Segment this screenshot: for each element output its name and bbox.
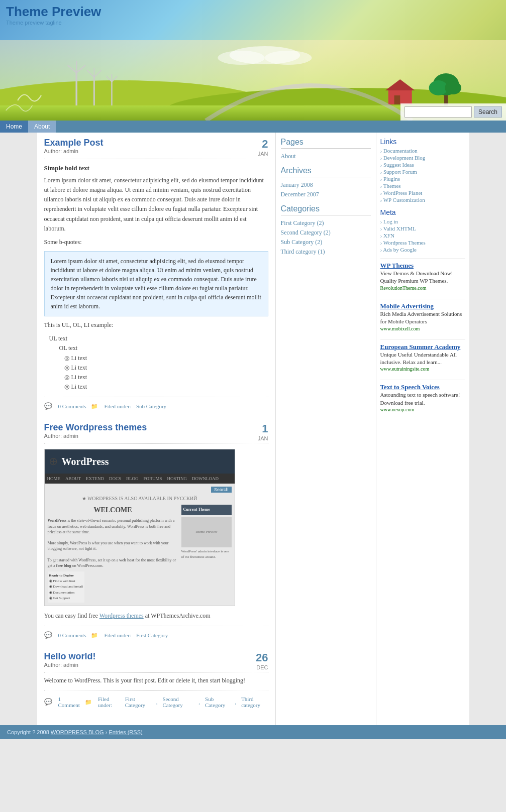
filed-category-3[interactable]: Sub Category <box>205 696 230 708</box>
sidebar-right: Links Documentation Development Blog Sug… <box>376 133 469 725</box>
categories-title: Categories <box>281 204 371 215</box>
post-example: Example Post Author: admin 2 JAN Simple … <box>44 138 268 410</box>
footer-copyright: Copyright ? 2008 <box>7 729 49 735</box>
nav-item-home[interactable]: Home <box>0 121 28 133</box>
meta-xhtml-a[interactable]: Valid XHTML <box>383 225 416 231</box>
post-title-link-3[interactable]: Hello world! <box>44 651 96 661</box>
cat-first-link[interactable]: First Category (2) <box>281 219 324 226</box>
wp-nav-download[interactable]: DOWNLOAD <box>189 474 221 484</box>
link-devblog: Development Blog <box>380 154 465 161</box>
post-para-1: Lorem ipsum dolor sit amet, consectetur … <box>44 176 268 234</box>
sidebar-left: Pages About Archives January 2008 Decemb… <box>276 133 376 725</box>
li-item-4: Li text <box>71 382 87 392</box>
wp-themes-link[interactable]: Wordpress themes <box>99 612 144 619</box>
archive-dec-link[interactable]: December 2007 <box>281 191 319 198</box>
pages-title: Pages <box>281 138 371 149</box>
ad-tts: Text to Speech Voices Astounding text to… <box>380 380 465 415</box>
wp-nav-blog[interactable]: BLOG <box>124 474 141 484</box>
meta-wp-themes-a[interactable]: Wordpress Themes <box>383 240 426 246</box>
wp-nav-docs[interactable]: DOCS <box>107 474 124 484</box>
wp-nav-home[interactable]: HOME <box>45 474 63 484</box>
archives-list: January 2008 December 2007 <box>281 180 371 199</box>
archive-jan-link[interactable]: January 2008 <box>281 181 313 188</box>
link-support-a[interactable]: Support Forum <box>383 169 417 175</box>
filed-label-2: Filed under: <box>104 632 131 638</box>
ad-mobile-title[interactable]: Mobile Advertising <box>380 302 465 310</box>
post-day-2: 1 <box>262 422 268 435</box>
svg-point-24 <box>218 51 265 65</box>
comments-link-3[interactable]: 1 Comment <box>58 696 80 708</box>
wp-ready-text: Ready to Deploy <box>49 573 83 578</box>
post-footer-1: 0 Comments Filed under: Sub Category <box>44 402 268 410</box>
wp-welcome-text: WordPress is the state-of-the-art semant… <box>48 518 178 568</box>
filed-under-2[interactable]: First Category <box>136 632 168 638</box>
link-documentation-a[interactable]: Documentation <box>383 148 418 154</box>
post-title-3: Hello world! <box>44 651 96 662</box>
ul-ol-example: UL text OL text ◎Li text ◎Li text ◎Li te… <box>49 334 268 392</box>
filed-label-3: Filed under: <box>98 696 120 708</box>
post-title-1: Example Post <box>44 138 104 148</box>
nav-item-about[interactable]: About <box>28 121 56 133</box>
wp-search-btn[interactable]: Search <box>211 487 232 493</box>
link-wp-planet-a[interactable]: WordPress Planet <box>383 190 423 196</box>
ad-tts-title[interactable]: Text to Speech Voices <box>380 383 465 391</box>
post-month-3: DEC <box>256 664 268 670</box>
link-wp-custom-a[interactable]: WP Customization <box>383 197 425 203</box>
meta-ads-google-a[interactable]: Ads by Google <box>383 247 417 253</box>
footer-entries-link[interactable]: Entries (RSS) <box>109 729 142 735</box>
cat-first: First Category (2) <box>281 218 371 228</box>
li-item-2: Li text <box>71 363 87 373</box>
comments-link-2[interactable]: 0 Comments <box>58 632 86 638</box>
cat-second: Second Category (2) <box>281 228 371 238</box>
filed-under-1[interactable]: Sub Category <box>136 403 166 409</box>
meta-xfn-a[interactable]: XFN <box>383 233 394 239</box>
cat-sub-link[interactable]: Sub Category (2) <box>281 239 323 246</box>
comments-link-1[interactable]: 0 Comments <box>58 403 86 409</box>
main-nav: Home About <box>0 121 506 133</box>
post-hello-world: Hello world! Author: admin 26 DEC Welcom… <box>44 651 268 708</box>
cat-third-link[interactable]: Third category (1) <box>281 248 325 255</box>
post-author-2: Author: admin <box>44 433 147 439</box>
post-title-link-1[interactable]: Example Post <box>44 138 104 148</box>
filed-category-4[interactable]: Third category <box>241 696 268 708</box>
footer-blog-link[interactable]: WORDPRESS BLOG <box>51 729 104 735</box>
pages-list: About <box>281 152 371 161</box>
meta-login-a[interactable]: Log in <box>383 218 398 224</box>
link-suggest-a[interactable]: Suggest Ideas <box>383 162 414 168</box>
meta-title: Meta <box>380 208 465 216</box>
post-body-2: You can easy find free Wordpress themes … <box>44 611 268 621</box>
comment-icon-2 <box>44 631 53 639</box>
post-day-1: 2 <box>262 138 268 150</box>
ad-eu-text: Unique Useful Understandable All inclusi… <box>380 351 465 367</box>
link-themes-a[interactable]: Themes <box>383 183 401 189</box>
filed-category-2[interactable]: Second Category <box>162 696 193 708</box>
filed-category-1[interactable]: First Category <box>125 696 151 708</box>
wp-screenshot-header: ⊕ WordPress <box>45 449 235 473</box>
wp-current-theme: Current Theme <box>181 505 232 515</box>
li-item-1: Li text <box>71 354 87 363</box>
ul-text: UL text <box>49 334 268 343</box>
wp-ready-links: ◉ Find a web host◉ Download and install◉… <box>49 578 83 601</box>
svg-point-25 <box>265 51 312 65</box>
post-title-block-2: Free Wordpress themes Author: admin <box>44 422 147 439</box>
wp-nav-about[interactable]: ABOUT <box>63 474 83 484</box>
li-item-3: Li text <box>71 373 87 382</box>
page-about-link[interactable]: About <box>281 153 296 160</box>
search-button[interactable]: Search <box>474 106 502 118</box>
site-footer: Copyright ? 2008 WORDPRESS BLOG › Entrie… <box>0 725 506 739</box>
cat-second-link[interactable]: Second Category (2) <box>281 229 331 236</box>
post-title-link-2[interactable]: Free Wordpress themes <box>44 422 147 432</box>
post-footer-2: 0 Comments Filed under: First Category <box>44 631 268 639</box>
ad-wp-themes-title[interactable]: WP Themes <box>380 262 465 270</box>
header-search-form[interactable]: Search <box>400 103 506 121</box>
ad-eu-title[interactable]: European Summer Academy <box>380 343 465 351</box>
link-devblog-a[interactable]: Development Blog <box>383 155 425 161</box>
wp-nav-hosting[interactable]: HOSTING <box>165 474 190 484</box>
ad-wp-themes-text: View Demos & Download Now! Quality Premi… <box>380 270 465 285</box>
link-plugins-a[interactable]: Plugins <box>383 176 400 182</box>
site-title-block: Theme Preview Theme preview tagline <box>6 4 101 26</box>
wp-nav-forums[interactable]: FORUMS <box>141 474 165 484</box>
bquote-label: Some b-quotes: <box>44 238 268 247</box>
wp-nav-extend[interactable]: EXTEND <box>83 474 107 484</box>
search-input[interactable] <box>404 106 472 118</box>
